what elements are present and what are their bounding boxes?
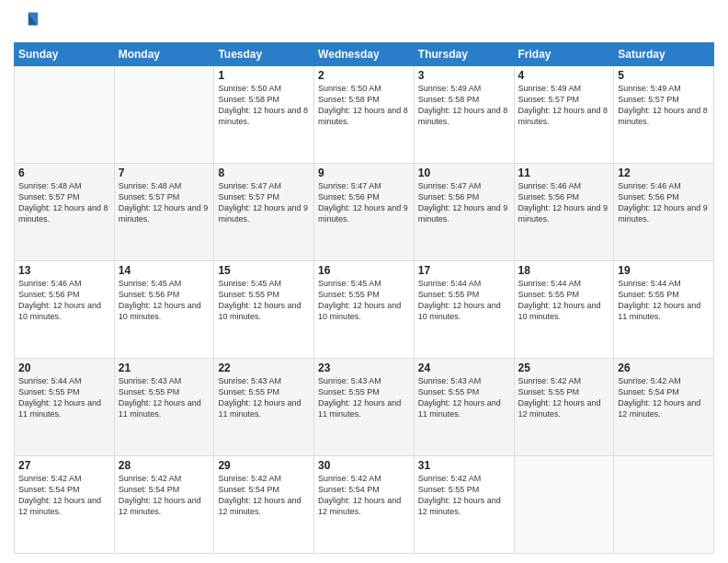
day-number: 27 xyxy=(18,459,110,472)
day-number: 6 xyxy=(18,167,110,179)
day-info: Sunrise: 5:44 AM Sunset: 5:55 PM Dayligh… xyxy=(418,278,510,323)
day-number: 11 xyxy=(518,167,610,179)
day-info: Sunrise: 5:45 AM Sunset: 5:56 PM Dayligh… xyxy=(119,278,210,323)
day-number: 26 xyxy=(618,362,710,374)
day-cell: 14Sunrise: 5:45 AM Sunset: 5:56 PM Dayli… xyxy=(114,261,214,359)
day-number: 1 xyxy=(218,69,310,82)
day-cell: 9Sunrise: 5:47 AM Sunset: 5:56 PM Daylig… xyxy=(314,164,415,261)
day-info: Sunrise: 5:42 AM Sunset: 5:54 PM Dayligh… xyxy=(218,473,310,518)
day-info: Sunrise: 5:44 AM Sunset: 5:55 PM Dayligh… xyxy=(518,278,610,323)
day-cell: 27Sunrise: 5:42 AM Sunset: 5:54 PM Dayli… xyxy=(15,456,115,554)
col-header-monday: Monday xyxy=(114,43,214,66)
col-header-thursday: Thursday xyxy=(414,43,514,66)
week-row-3: 13Sunrise: 5:46 AM Sunset: 5:56 PM Dayli… xyxy=(15,261,714,359)
day-number: 8 xyxy=(218,167,310,179)
day-info: Sunrise: 5:45 AM Sunset: 5:55 PM Dayligh… xyxy=(318,278,410,323)
day-info: Sunrise: 5:42 AM Sunset: 5:54 PM Dayligh… xyxy=(119,473,210,518)
day-cell: 4Sunrise: 5:49 AM Sunset: 5:57 PM Daylig… xyxy=(514,66,614,164)
day-cell: 24Sunrise: 5:43 AM Sunset: 5:55 PM Dayli… xyxy=(414,359,514,456)
day-cell: 16Sunrise: 5:45 AM Sunset: 5:55 PM Dayli… xyxy=(314,261,415,359)
day-number: 9 xyxy=(318,167,410,179)
day-cell: 18Sunrise: 5:44 AM Sunset: 5:55 PM Dayli… xyxy=(514,261,614,359)
day-number: 31 xyxy=(418,459,510,472)
day-cell: 20Sunrise: 5:44 AM Sunset: 5:55 PM Dayli… xyxy=(15,359,115,456)
day-cell: 2Sunrise: 5:50 AM Sunset: 5:58 PM Daylig… xyxy=(314,66,415,164)
day-info: Sunrise: 5:47 AM Sunset: 5:56 PM Dayligh… xyxy=(418,180,510,225)
day-cell: 15Sunrise: 5:45 AM Sunset: 5:55 PM Dayli… xyxy=(214,261,314,359)
day-cell: 7Sunrise: 5:48 AM Sunset: 5:57 PM Daylig… xyxy=(114,164,214,261)
day-info: Sunrise: 5:49 AM Sunset: 5:57 PM Dayligh… xyxy=(618,83,710,128)
calendar-table: SundayMondayTuesdayWednesdayThursdayFrid… xyxy=(14,42,714,554)
logo-icon xyxy=(14,9,40,35)
day-number: 7 xyxy=(119,167,210,179)
col-header-tuesday: Tuesday xyxy=(214,43,314,66)
day-cell: 12Sunrise: 5:46 AM Sunset: 5:56 PM Dayli… xyxy=(614,164,714,261)
day-cell: 26Sunrise: 5:42 AM Sunset: 5:54 PM Dayli… xyxy=(614,359,714,456)
day-number: 3 xyxy=(418,69,510,82)
header xyxy=(14,9,714,35)
day-number: 14 xyxy=(119,264,210,277)
day-info: Sunrise: 5:42 AM Sunset: 5:54 PM Dayligh… xyxy=(618,375,710,420)
day-number: 20 xyxy=(18,362,110,374)
day-number: 15 xyxy=(218,264,310,277)
page: SundayMondayTuesdayWednesdayThursdayFrid… xyxy=(0,0,728,563)
day-number: 24 xyxy=(418,362,510,374)
day-info: Sunrise: 5:43 AM Sunset: 5:55 PM Dayligh… xyxy=(418,375,510,420)
day-number: 13 xyxy=(18,264,110,277)
day-cell: 8Sunrise: 5:47 AM Sunset: 5:57 PM Daylig… xyxy=(214,164,314,261)
day-cell xyxy=(15,66,115,164)
day-cell: 3Sunrise: 5:49 AM Sunset: 5:58 PM Daylig… xyxy=(414,66,514,164)
day-info: Sunrise: 5:42 AM Sunset: 5:55 PM Dayligh… xyxy=(418,473,510,518)
col-header-friday: Friday xyxy=(514,43,614,66)
day-info: Sunrise: 5:47 AM Sunset: 5:57 PM Dayligh… xyxy=(218,180,310,225)
day-number: 10 xyxy=(418,167,510,179)
header-row: SundayMondayTuesdayWednesdayThursdayFrid… xyxy=(15,43,714,66)
day-number: 28 xyxy=(119,459,210,472)
day-cell: 11Sunrise: 5:46 AM Sunset: 5:56 PM Dayli… xyxy=(514,164,614,261)
day-cell: 1Sunrise: 5:50 AM Sunset: 5:58 PM Daylig… xyxy=(214,66,314,164)
day-info: Sunrise: 5:50 AM Sunset: 5:58 PM Dayligh… xyxy=(318,83,410,128)
day-cell xyxy=(114,66,214,164)
day-number: 23 xyxy=(318,362,410,374)
day-cell: 29Sunrise: 5:42 AM Sunset: 5:54 PM Dayli… xyxy=(214,456,314,554)
day-cell: 23Sunrise: 5:43 AM Sunset: 5:55 PM Dayli… xyxy=(314,359,415,456)
day-cell: 19Sunrise: 5:44 AM Sunset: 5:55 PM Dayli… xyxy=(614,261,714,359)
day-number: 16 xyxy=(318,264,410,277)
logo xyxy=(14,9,43,35)
calendar-header: SundayMondayTuesdayWednesdayThursdayFrid… xyxy=(15,43,714,66)
day-info: Sunrise: 5:46 AM Sunset: 5:56 PM Dayligh… xyxy=(618,180,710,225)
col-header-wednesday: Wednesday xyxy=(314,43,415,66)
day-number: 19 xyxy=(618,264,710,277)
day-number: 29 xyxy=(218,459,310,472)
day-info: Sunrise: 5:47 AM Sunset: 5:56 PM Dayligh… xyxy=(318,180,410,225)
week-row-1: 1Sunrise: 5:50 AM Sunset: 5:58 PM Daylig… xyxy=(15,66,714,164)
day-info: Sunrise: 5:43 AM Sunset: 5:55 PM Dayligh… xyxy=(119,375,210,420)
day-info: Sunrise: 5:45 AM Sunset: 5:55 PM Dayligh… xyxy=(218,278,310,323)
day-info: Sunrise: 5:48 AM Sunset: 5:57 PM Dayligh… xyxy=(18,180,110,225)
col-header-sunday: Sunday xyxy=(15,43,115,66)
day-cell: 25Sunrise: 5:42 AM Sunset: 5:55 PM Dayli… xyxy=(514,359,614,456)
day-info: Sunrise: 5:42 AM Sunset: 5:55 PM Dayligh… xyxy=(518,375,610,420)
day-cell: 30Sunrise: 5:42 AM Sunset: 5:54 PM Dayli… xyxy=(314,456,415,554)
day-info: Sunrise: 5:43 AM Sunset: 5:55 PM Dayligh… xyxy=(318,375,410,420)
day-info: Sunrise: 5:42 AM Sunset: 5:54 PM Dayligh… xyxy=(318,473,410,518)
day-cell: 21Sunrise: 5:43 AM Sunset: 5:55 PM Dayli… xyxy=(114,359,214,456)
day-info: Sunrise: 5:46 AM Sunset: 5:56 PM Dayligh… xyxy=(18,278,110,323)
day-number: 25 xyxy=(518,362,610,374)
day-cell: 10Sunrise: 5:47 AM Sunset: 5:56 PM Dayli… xyxy=(414,164,514,261)
day-number: 30 xyxy=(318,459,410,472)
day-number: 17 xyxy=(418,264,510,277)
day-cell: 6Sunrise: 5:48 AM Sunset: 5:57 PM Daylig… xyxy=(15,164,115,261)
week-row-2: 6Sunrise: 5:48 AM Sunset: 5:57 PM Daylig… xyxy=(15,164,714,261)
day-info: Sunrise: 5:49 AM Sunset: 5:57 PM Dayligh… xyxy=(518,83,610,128)
day-cell: 31Sunrise: 5:42 AM Sunset: 5:55 PM Dayli… xyxy=(414,456,514,554)
day-number: 18 xyxy=(518,264,610,277)
col-header-saturday: Saturday xyxy=(614,43,714,66)
day-cell xyxy=(614,456,714,554)
day-number: 2 xyxy=(318,69,410,82)
day-cell: 22Sunrise: 5:43 AM Sunset: 5:55 PM Dayli… xyxy=(214,359,314,456)
day-cell: 5Sunrise: 5:49 AM Sunset: 5:57 PM Daylig… xyxy=(614,66,714,164)
week-row-5: 27Sunrise: 5:42 AM Sunset: 5:54 PM Dayli… xyxy=(15,456,714,554)
day-number: 4 xyxy=(518,69,610,82)
day-cell: 17Sunrise: 5:44 AM Sunset: 5:55 PM Dayli… xyxy=(414,261,514,359)
